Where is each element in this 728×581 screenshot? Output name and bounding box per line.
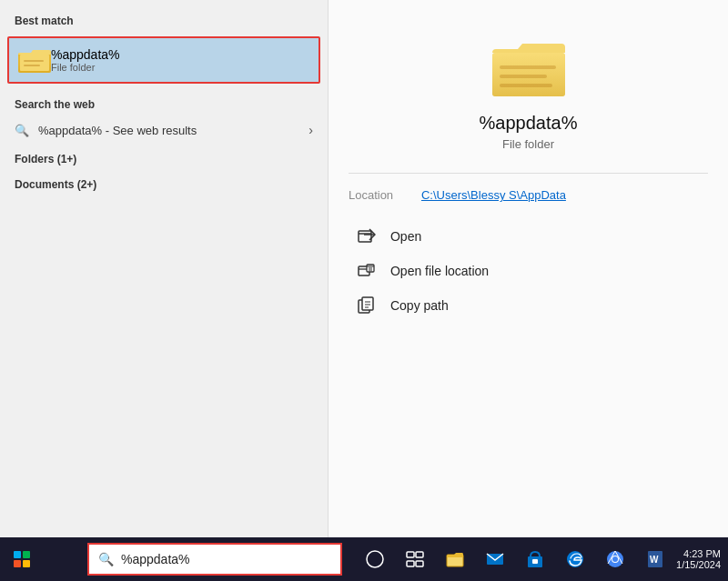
web-query: %appdata% bbox=[38, 124, 102, 137]
chrome-icon bbox=[605, 549, 625, 569]
chrome-button[interactable] bbox=[597, 537, 633, 581]
start-button[interactable] bbox=[0, 537, 44, 581]
task-view-icon bbox=[405, 549, 425, 569]
best-match-label: Best match bbox=[0, 0, 328, 33]
edge-icon bbox=[565, 549, 585, 569]
svg-rect-4 bbox=[24, 65, 40, 66]
result-type: File folder bbox=[502, 137, 554, 151]
open-label: Open bbox=[390, 229, 421, 244]
edge-button[interactable] bbox=[557, 537, 593, 581]
divider bbox=[349, 173, 708, 174]
location-label: Location bbox=[349, 188, 421, 202]
right-panel: %appdata% File folder Location C:\Users\… bbox=[328, 0, 728, 537]
file-explorer-icon bbox=[445, 549, 465, 569]
web-search-label: Search the web bbox=[0, 87, 328, 116]
taskbar-search-box[interactable]: 🔍 %appdata% bbox=[87, 543, 342, 576]
open-action[interactable]: Open bbox=[349, 220, 708, 253]
svg-rect-10 bbox=[359, 231, 371, 242]
folder-icon-large bbox=[492, 36, 565, 100]
taskbar-search-text: %appdata% bbox=[121, 552, 190, 566]
location-row: Location C:\Users\Blessy S\AppData bbox=[349, 188, 708, 202]
open-file-location-icon bbox=[354, 262, 379, 280]
folder-icon-small bbox=[18, 45, 51, 75]
svg-point-27 bbox=[612, 556, 618, 562]
copy-path-icon bbox=[354, 296, 379, 315]
best-match-item[interactable]: %appdata% File folder bbox=[7, 36, 320, 84]
svg-rect-9 bbox=[500, 84, 552, 87]
open-file-location-action[interactable]: Open file location bbox=[349, 255, 708, 287]
svg-rect-7 bbox=[500, 65, 556, 69]
copy-path-action[interactable]: Copy path bbox=[349, 289, 708, 322]
web-search-item[interactable]: 🔍 %appdata% - See web results › bbox=[0, 116, 328, 144]
best-match-subtitle: File folder bbox=[51, 62, 120, 73]
cortana-button[interactable] bbox=[357, 537, 393, 581]
chevron-right-icon: › bbox=[308, 123, 313, 137]
folders-label: Folders (1+) bbox=[0, 144, 328, 169]
task-view-button[interactable] bbox=[397, 537, 433, 581]
left-panel: Best match %appdata% File folder Search … bbox=[0, 0, 328, 537]
web-suffix: - See web results bbox=[102, 124, 197, 137]
location-path[interactable]: C:\Users\Blessy S\AppData bbox=[421, 188, 566, 202]
svg-rect-23 bbox=[532, 559, 538, 564]
search-icon: 🔍 bbox=[15, 124, 29, 137]
result-title: %appdata% bbox=[480, 113, 578, 134]
svg-rect-19 bbox=[416, 561, 423, 566]
open-icon bbox=[354, 227, 379, 245]
web-search-text: %appdata% - See web results bbox=[38, 124, 308, 137]
mail-button[interactable] bbox=[477, 537, 513, 581]
svg-rect-2 bbox=[20, 55, 49, 71]
svg-rect-14 bbox=[362, 297, 373, 310]
copy-path-label: Copy path bbox=[390, 298, 449, 313]
svg-rect-16 bbox=[407, 552, 414, 557]
best-match-text: %appdata% File folder bbox=[51, 47, 120, 73]
file-explorer-button[interactable] bbox=[437, 537, 473, 581]
windows-logo-icon bbox=[14, 551, 30, 567]
word-button[interactable]: W bbox=[637, 537, 673, 581]
store-button[interactable] bbox=[517, 537, 553, 581]
svg-point-15 bbox=[367, 551, 383, 567]
folder-svg-large bbox=[492, 36, 565, 100]
open-file-location-label: Open file location bbox=[390, 264, 489, 278]
mail-icon bbox=[485, 549, 505, 569]
svg-text:W: W bbox=[650, 555, 659, 565]
taskbar-icons: W bbox=[357, 537, 673, 581]
system-tray: 4:23 PM 1/15/2024 bbox=[676, 548, 728, 570]
svg-rect-8 bbox=[500, 75, 547, 78]
tray-time: 4:23 PM 1/15/2024 bbox=[676, 548, 721, 570]
svg-rect-3 bbox=[24, 60, 44, 62]
cortana-icon bbox=[365, 549, 385, 569]
taskbar: 🔍 %appdata% bbox=[0, 537, 728, 581]
svg-rect-18 bbox=[407, 561, 414, 566]
svg-rect-17 bbox=[416, 552, 423, 557]
word-icon: W bbox=[645, 549, 665, 569]
taskbar-search-icon: 🔍 bbox=[98, 552, 114, 566]
best-match-title: %appdata% bbox=[51, 47, 120, 62]
store-icon bbox=[525, 549, 545, 569]
documents-label: Documents (2+) bbox=[0, 169, 328, 195]
action-list: Open Open file location bbox=[349, 220, 708, 322]
